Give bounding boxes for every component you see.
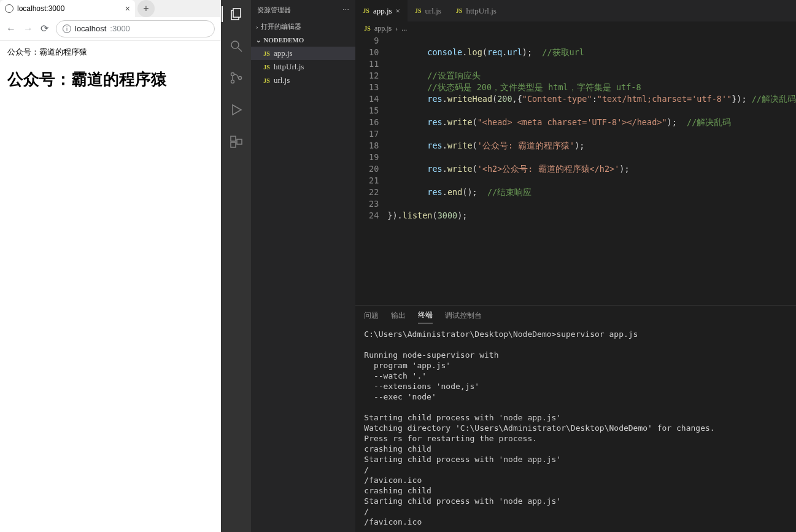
file-item[interactable]: JShttpUrl.js: [251, 60, 355, 74]
tab-title: localhost:3000: [17, 4, 64, 13]
page-text: 公众号：霸道的程序猿: [7, 47, 214, 58]
reload-icon[interactable]: ⟳: [41, 23, 48, 34]
bottom-panel: 问题 输出 终端 调试控制台 C:\Users\Administrator\De…: [355, 305, 796, 532]
tab-output[interactable]: 输出: [391, 308, 406, 323]
url-port: :3000: [110, 24, 130, 33]
url-host: localhost: [75, 24, 106, 33]
panel-tabs: 问题 输出 终端 调试控制台: [355, 306, 796, 325]
file-name: app.js: [274, 48, 293, 58]
breadcrumb[interactable]: JS app.js › ...: [355, 21, 796, 35]
explorer-sidebar: 资源管理器 ⋯ › 打开的编辑器 ⌄ NODEDEMO JSapp.jsJSht…: [251, 0, 355, 532]
more-icon[interactable]: ⋯: [342, 6, 349, 14]
svg-line-2: [238, 48, 242, 52]
editor-tab[interactable]: JSapp.js×: [355, 0, 408, 21]
browser-page: 公众号：霸道的程序猿 公众号：霸道的程序猿: [0, 40, 221, 96]
tab-label: url.js: [425, 6, 441, 16]
info-icon[interactable]: i: [63, 25, 71, 33]
file-item[interactable]: JSapp.js: [251, 47, 355, 60]
editor-tab[interactable]: JSurl.js: [408, 0, 449, 21]
chevron-right-icon: ›: [395, 24, 398, 33]
debug-icon[interactable]: [228, 102, 244, 118]
js-icon: JS: [263, 50, 270, 57]
svg-point-4: [231, 80, 234, 83]
close-icon[interactable]: ×: [396, 6, 400, 16]
tab-label: app.js: [373, 6, 392, 16]
browser-tab[interactable]: localhost:3000 ×: [0, 0, 135, 17]
svg-rect-9: [237, 139, 242, 144]
svg-rect-7: [231, 136, 236, 141]
forward-icon[interactable]: →: [23, 23, 33, 34]
page-heading: 公众号：霸道的程序猿: [7, 69, 214, 90]
explorer-icon[interactable]: [228, 6, 244, 22]
chevron-right-icon: ›: [256, 23, 258, 30]
project-section[interactable]: ⌄ NODEDEMO: [251, 33, 355, 47]
sidebar-title: 资源管理器: [257, 6, 291, 15]
editor-tab[interactable]: JShttpUrl.js: [449, 0, 504, 21]
svg-marker-6: [233, 105, 241, 115]
new-tab-button[interactable]: +: [137, 0, 155, 17]
vscode-window: 资源管理器 ⋯ › 打开的编辑器 ⌄ NODEDEMO JSapp.jsJSht…: [222, 0, 796, 532]
open-editors-section[interactable]: › 打开的编辑器: [251, 20, 355, 33]
svg-rect-8: [231, 142, 236, 147]
file-item[interactable]: JSurl.js: [251, 74, 355, 87]
browser-tabstrip: localhost:3000 × +: [0, 0, 221, 17]
svg-point-1: [231, 41, 239, 48]
js-icon: JS: [263, 64, 270, 71]
tab-problems[interactable]: 问题: [364, 308, 379, 323]
tab-label: httpUrl.js: [466, 6, 496, 16]
address-bar[interactable]: i localhost:3000: [56, 20, 215, 37]
globe-icon: [5, 4, 14, 13]
source-control-icon[interactable]: [228, 70, 244, 86]
back-icon[interactable]: ←: [6, 23, 16, 34]
js-icon: JS: [263, 77, 270, 84]
js-icon: JS: [364, 25, 371, 32]
svg-point-3: [231, 73, 234, 76]
svg-rect-0: [233, 9, 241, 17]
tab-terminal[interactable]: 终端: [418, 307, 433, 323]
js-icon: JS: [363, 7, 369, 14]
js-icon: JS: [456, 7, 463, 14]
chevron-down-icon: ⌄: [256, 37, 261, 44]
breadcrumb-more: ...: [401, 24, 407, 33]
activity-bar: [222, 0, 251, 532]
close-icon[interactable]: ×: [125, 4, 130, 13]
browser-window: localhost:3000 × + ← → ⟳ i localhost:300…: [0, 0, 222, 532]
browser-toolbar: ← → ⟳ i localhost:3000: [0, 17, 221, 40]
section-label: 打开的编辑器: [261, 22, 301, 31]
terminal-content[interactable]: C:\Users\Administrator\Desktop\NodeDemo>…: [355, 325, 796, 532]
editor-area: JSapp.js×JSurl.jsJShttpUrl.js JS app.js …: [355, 0, 796, 532]
svg-point-5: [239, 77, 242, 80]
editor-tabs: JSapp.js×JSurl.jsJShttpUrl.js: [355, 0, 796, 21]
search-icon[interactable]: [228, 38, 244, 54]
code-editor[interactable]: 9101112131415161718192021222324 console.…: [355, 35, 796, 305]
js-icon: JS: [415, 7, 422, 14]
breadcrumb-file: app.js: [374, 24, 392, 33]
extensions-icon[interactable]: [228, 134, 244, 150]
file-name: url.js: [274, 75, 290, 85]
sidebar-header: 资源管理器 ⋯: [251, 0, 355, 20]
code-content[interactable]: console.log(req.url); //获取url //设置响应头 //…: [387, 35, 796, 305]
tab-debug-console[interactable]: 调试控制台: [445, 308, 482, 323]
project-name: NODEDEMO: [263, 36, 304, 44]
line-numbers: 9101112131415161718192021222324: [355, 35, 387, 305]
file-name: httpUrl.js: [274, 62, 304, 72]
